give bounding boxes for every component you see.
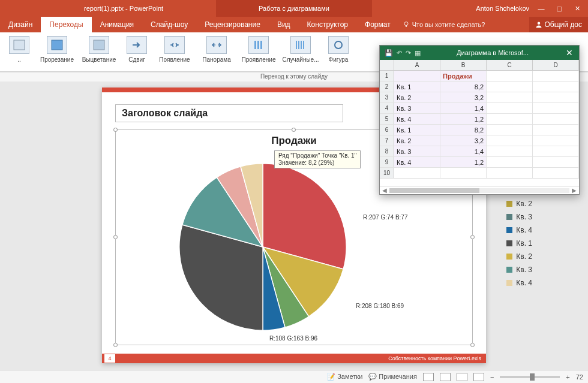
zoom-out-button[interactable]: −	[490, 373, 494, 381]
close-button[interactable]: ✕	[571, 4, 583, 13]
transition-random[interactable]: Случайные...	[280, 34, 322, 71]
excel-row[interactable]: 4Кв. 31,4	[380, 103, 579, 114]
excel-column-headers[interactable]: A B C D	[380, 60, 579, 71]
excel-cell[interactable]	[487, 92, 533, 102]
excel-cell[interactable]: Кв. 2	[394, 135, 440, 146]
chart-icon[interactable]: ▦	[415, 49, 421, 57]
pie-chart[interactable]	[176, 160, 350, 334]
excel-close-button[interactable]: ✕	[560, 48, 579, 58]
excel-cell[interactable]	[533, 146, 579, 156]
select-all-corner[interactable]	[380, 60, 394, 70]
reading-view-button[interactable]	[457, 373, 467, 381]
excel-cell[interactable]	[533, 71, 579, 81]
excel-cell[interactable]	[487, 135, 533, 146]
excel-cell[interactable]: Кв. 3	[394, 146, 440, 156]
zoom-in-button[interactable]: +	[566, 373, 569, 381]
row-header[interactable]: 5	[380, 114, 394, 124]
excel-cell[interactable]	[533, 82, 579, 92]
excel-cell[interactable]: 8,2	[440, 82, 487, 92]
excel-cell[interactable]	[533, 114, 579, 124]
row-header[interactable]: 9	[380, 157, 394, 167]
excel-row[interactable]: 1Продажи	[380, 71, 579, 82]
excel-cell[interactable]: 1,2	[440, 114, 487, 124]
zoom-slider[interactable]	[500, 376, 560, 378]
legend-item[interactable]: Кв. 4	[506, 224, 532, 237]
row-header[interactable]: 2	[380, 82, 394, 92]
excel-cell[interactable]	[440, 168, 487, 178]
restore-button[interactable]: ▢	[553, 4, 565, 13]
row-header[interactable]: 4	[380, 103, 394, 113]
minimize-button[interactable]: —	[535, 4, 547, 13]
user-name[interactable]: Anton Shchelokov	[476, 5, 529, 12]
excel-row[interactable]: 5Кв. 41,2	[380, 114, 579, 125]
legend-item[interactable]: Кв. 2	[506, 197, 532, 210]
excel-row[interactable]: 2Кв. 18,2	[380, 82, 579, 92]
col-header-b[interactable]: B	[440, 60, 487, 70]
tab-design[interactable]: Дизайн	[0, 17, 41, 32]
transition-push[interactable]: Сдвиг	[120, 34, 154, 71]
tab-chart-format[interactable]: Формат	[356, 17, 399, 32]
excel-cell[interactable]: Кв. 4	[394, 114, 440, 124]
slide-title-placeholder[interactable]: Заголовок слайда	[115, 104, 343, 122]
legend-item[interactable]: Кв. 4	[506, 276, 532, 289]
excel-cell[interactable]	[533, 168, 579, 178]
excel-row[interactable]: 7Кв. 23,2	[380, 135, 579, 146]
excel-cell[interactable]: 1,4	[440, 103, 487, 113]
excel-cell[interactable]: 3,2	[440, 135, 487, 146]
row-header[interactable]: 1	[380, 71, 394, 81]
excel-row[interactable]: 6Кв. 18,2	[380, 125, 579, 135]
redo-icon[interactable]: ↷	[406, 49, 411, 57]
excel-cell[interactable]	[533, 157, 579, 167]
excel-cell[interactable]	[533, 135, 579, 146]
scroll-right-icon[interactable]: ▶	[572, 187, 577, 194]
transition-shape[interactable]: Фигура	[322, 34, 355, 71]
normal-view-button[interactable]	[423, 373, 434, 381]
resize-handle[interactable]	[113, 343, 118, 347]
row-header[interactable]: 7	[380, 135, 394, 146]
excel-cell[interactable]: Продажи	[440, 71, 487, 81]
transition-split[interactable]: Панорама	[196, 34, 238, 71]
tab-transitions[interactable]: Переходы	[41, 17, 91, 32]
share-button[interactable]: Общий дос	[529, 17, 589, 32]
excel-cell[interactable]	[487, 82, 533, 92]
excel-cell[interactable]	[487, 103, 533, 113]
excel-cell[interactable]	[487, 157, 533, 167]
excel-cell[interactable]	[487, 71, 533, 81]
resize-handle[interactable]	[113, 235, 118, 239]
scrollbar-track[interactable]	[389, 188, 569, 193]
excel-cell[interactable]: Кв. 2	[394, 92, 440, 102]
row-header[interactable]: 8	[380, 146, 394, 156]
excel-cell[interactable]: Кв. 4	[394, 157, 440, 167]
excel-titlebar[interactable]: 💾 ↶ ↷ ▦ Диаграмма в Microsof... ✕	[380, 46, 579, 60]
chart-tools-context-tab[interactable]: Работа с диаграммами	[216, 0, 372, 17]
excel-cell[interactable]: 1,2	[440, 157, 487, 167]
col-header-c[interactable]: C	[487, 60, 533, 70]
transition-reveal[interactable]: Проявление	[238, 34, 280, 71]
legend-item[interactable]: Кв. 2	[506, 250, 532, 263]
tab-chart-design[interactable]: Конструктор	[299, 17, 356, 32]
resize-handle[interactable]	[292, 128, 296, 132]
excel-chart-data-window[interactable]: 💾 ↶ ↷ ▦ Диаграмма в Microsof... ✕ A B C …	[379, 45, 580, 195]
transition-none[interactable]: ..	[2, 34, 36, 71]
tell-me-search[interactable]: Что вы хотите сделать?	[403, 17, 485, 32]
excel-cell[interactable]: 1,4	[440, 146, 487, 156]
excel-cell[interactable]	[394, 71, 440, 81]
excel-cell[interactable]: 8,2	[440, 125, 487, 135]
resize-handle[interactable]	[470, 235, 475, 239]
chart-legend[interactable]: Кв. 1Кв. 2Кв. 3Кв. 4Кв. 1Кв. 2Кв. 3Кв. 4	[506, 184, 532, 289]
excel-cell[interactable]	[487, 125, 533, 135]
legend-item[interactable]: Кв. 1	[506, 237, 532, 250]
legend-item[interactable]: Кв. 3	[506, 263, 532, 276]
excel-cell[interactable]	[487, 114, 533, 124]
row-header[interactable]: 6	[380, 125, 394, 135]
excel-cell[interactable]	[533, 92, 579, 102]
scrollbar-thumb[interactable]	[389, 188, 479, 193]
excel-cell[interactable]: Кв. 3	[394, 103, 440, 113]
row-header[interactable]: 10	[380, 168, 394, 178]
undo-icon[interactable]: ↶	[397, 49, 402, 57]
excel-cell[interactable]	[487, 146, 533, 156]
excel-cell[interactable]: 3,2	[440, 92, 487, 102]
tab-slideshow[interactable]: Слайд-шоу	[142, 17, 196, 32]
excel-cell[interactable]: Кв. 1	[394, 125, 440, 135]
row-header[interactable]: 3	[380, 92, 394, 102]
